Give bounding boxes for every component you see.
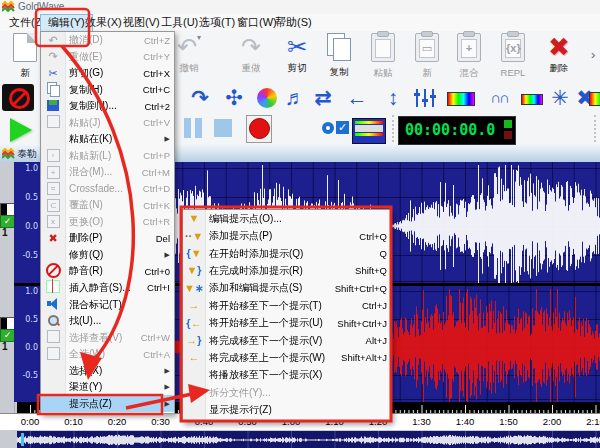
speaker-icon [41,298,65,311]
move-start-prev-icon: {← [183,318,205,329]
delete-button[interactable]: ✖删除 [536,33,582,75]
cue-submenu-item-1[interactable]: ▼编辑提示点(O)... [183,210,391,227]
delete-icon: ✖ [548,33,570,61]
cue-submenu-item-8[interactable]: →}将完成移至下一个提示(V)Alt+J [183,332,391,349]
monitor-off-button[interactable] [2,84,34,111]
menu-item-label: Crossfade... [65,183,139,194]
edit-menu-item-5[interactable]: 复制到(I)...Ctrl+2 [41,98,174,115]
gate-button[interactable]: ∩∩ [484,85,514,111]
cue-submenu-item-3[interactable]: {▼在开始时添加提示(Q)Q [183,245,391,262]
edit-menu-item-23[interactable]: 提示点(Z)▶ [41,395,174,412]
paste-replace-button: {x}REPL [490,33,536,78]
overview-corner [0,431,17,448]
timeline-label: 1:40 [456,416,475,427]
edit-menu-item-7[interactable]: 粘贴在(K)▶ [41,131,174,148]
menu-item-shortcut: Alt+J [362,335,387,346]
menu-item-label: 重做(E) [65,50,139,64]
paste-button: 粘贴 [360,33,406,80]
menu-item-shortcut: Del [152,233,170,244]
copy-icon [41,82,65,97]
menu-item-label: 全选(W) [65,347,139,361]
mixer-button[interactable] [517,85,547,111]
spectrum-bar-button[interactable] [446,85,476,111]
monitor-button[interactable]: ✓ [320,115,350,143]
cut-icon: ✂ [287,33,307,61]
pitch-button[interactable]: ♬ [280,85,310,111]
cue-submenu-item-11: 拆分文件(Y)... [183,384,391,401]
mix-icon: + [41,166,65,179]
edit-menu-item-12: x更换(O)Ctrl+R [41,214,174,231]
menu-item-label: 找(U)... [65,314,170,328]
submenu-arrow-icon: ▶ [162,383,170,391]
edit-menu-item-8: ▫粘贴新(L)Ctrl+P [41,148,174,165]
edit-menu-item-18[interactable]: 找(U)... [41,313,174,330]
edit-menu-item-14[interactable]: 修剪(Q)▶ [41,247,174,264]
copy-button[interactable]: 复制 [316,33,362,79]
edit-menu-item-16[interactable]: 插入静音(S)...Ctrl+I [41,280,174,297]
edit-menu-item-21[interactable]: 选择(X)▶ [41,362,174,379]
menu-item-shortcut: Shift+Alt+J [337,352,387,363]
edit-menu-dropdown: ↶撤消(D)Ctrl+Z↷重做(E)Ctrl+Y✂剪切(G)Ctrl+X复制(H… [40,31,175,414]
edit-menu-item-17[interactable]: 混合标记(T) [41,296,174,313]
menu-item-label: 渠道(Y) [65,380,162,394]
cue-submenu-item-6[interactable]: →将开始移至下一个提示(T)Ctrl+J [183,297,391,314]
cue-submenu-item-5[interactable]: ▼∗添加和编辑提示点(S)Shift+Ctrl+Q [183,280,391,297]
time-warp-button[interactable]: ↷ [185,85,215,111]
menu-item-label: 将开始移至下一个提示(T) [205,299,358,313]
menu-item-label: 拆分文件(Y)... [205,386,387,400]
cue-add-end-icon: ▼} [183,265,205,276]
menu-item-label: 复制(H) [65,83,139,97]
overview-waveform[interactable] [17,431,600,448]
copy-icon [326,33,352,61]
timeline-label: 0:20 [108,416,127,427]
save-icon [41,100,65,113]
menu-bar: 文件(Z)编辑(Y)效果(X)视图(V)工具(U)选项(T)窗口(W)帮助(S) [0,14,600,32]
undo-icon: ↶ [177,33,197,61]
mechanize-button[interactable]: ✣ [219,85,249,111]
menu-item-shortcut: Ctrl+J [358,300,387,311]
cue-submenu-item-4[interactable]: ▼}在完成时添加提示(R)Shift+Q [183,262,391,279]
edit-menu-item-3[interactable]: ✂剪切(G)Ctrl+X [41,65,174,82]
dropdown-caret-icon[interactable]: ▾ [197,33,201,42]
control-properties-button[interactable] [352,115,384,143]
pause-button[interactable] [182,115,204,143]
record-button[interactable] [244,115,274,143]
paste-new-icon: ▭ [415,33,439,61]
swap-arrows-button[interactable]: ⇄ [308,85,338,111]
reverse-arrow-button[interactable]: ← [342,85,372,111]
edit-menu-item-19: 选择查看(V)Ctrl+W [41,329,174,346]
amplitude-label: 0.5 [25,315,38,324]
pinwheel-button[interactable] [252,85,282,111]
edit-menu-item-6: 粘贴(J)Ctrl+V [41,115,174,132]
edit-menu-item-22[interactable]: 渠道(Y)▶ [41,379,174,396]
amplitude-label: 1.0 [25,164,38,173]
equalizer-button[interactable] [410,85,440,111]
rainbow-cart-button[interactable] [588,85,600,111]
menu-item-label: 将完成移至下一个提示(V) [205,334,362,348]
menu-item-shortcut: Shift+Ctrl+J [333,318,387,329]
menu-item-label: 粘贴在(K) [65,132,162,146]
edit-menu-item-13[interactable]: ✖删除(P)Del [41,230,174,247]
cut-button[interactable]: ✂剪切 [274,33,320,75]
menu-item-label: 粘贴新(L) [65,149,139,163]
cue-submenu-item-9[interactable]: ←将完成移至上一个提示(W)Shift+Alt+J [183,349,391,366]
toolbar-overflow-chevron[interactable]: › [591,47,595,62]
menu-item-label: 覆盖(N) [65,198,139,212]
play-button[interactable] [4,115,38,143]
edit-menu-item-4[interactable]: 复制(H)Ctrl+C [41,82,174,99]
cue-submenu-item-10[interactable]: 将播放移至下一个提示(X) [183,367,391,384]
stop-button[interactable] [214,115,232,143]
cue-submenu-item-7[interactable]: {←将开始移至上一个提示(U)Shift+Ctrl+J [183,314,391,331]
cue-submenu-item-2[interactable]: ··▼添加提示点(P)Ctrl+Q [183,227,391,244]
menu-item-label: 混合标记(T) [65,298,170,312]
menubar-item-8[interactable]: 帮助(S) [268,14,319,30]
mute-icon [41,263,65,280]
submenu-arrow-icon: ▶ [162,367,170,375]
volume-updown-button[interactable]: ↕ [378,85,408,111]
cue-submenu-item-12[interactable]: 显示提示行(Z) [183,401,391,418]
new-file-icon [13,33,37,61]
menu-item-shortcut: Ctrl+2 [140,101,170,112]
timeline-label: 0:30 [151,416,170,427]
toolbar-button-label: 新 [404,67,450,80]
edit-menu-item-15[interactable]: 静音(R)Ctrl+0 [41,263,174,280]
